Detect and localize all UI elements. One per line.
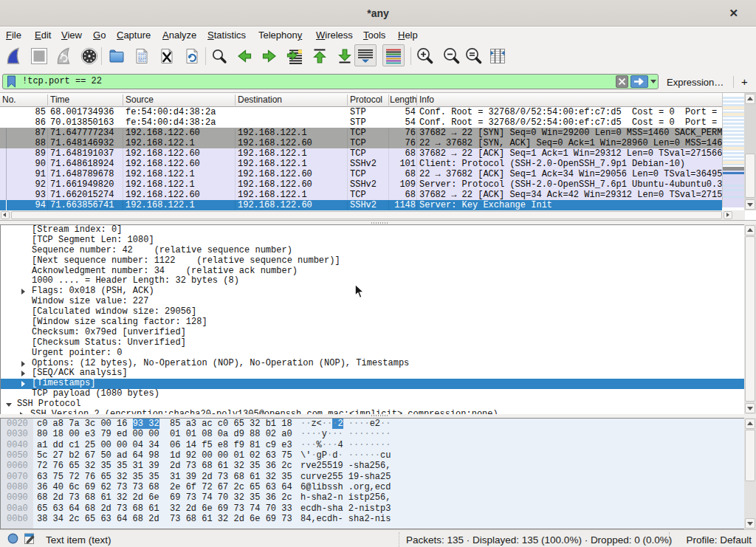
svg-text:0011: 0011 bbox=[138, 59, 146, 63]
